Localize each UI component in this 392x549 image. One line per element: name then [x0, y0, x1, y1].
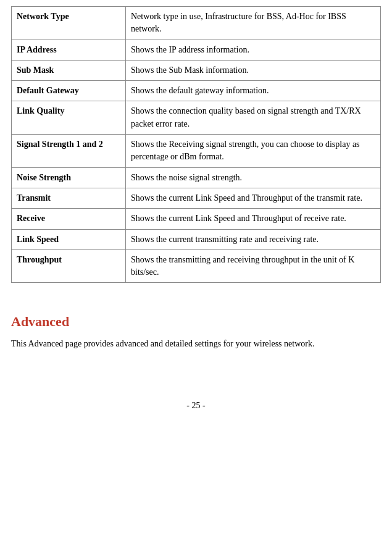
- row-label: IP Address: [12, 40, 126, 60]
- row-label: Sub Mask: [12, 60, 126, 80]
- row-label: Link Quality: [12, 101, 126, 135]
- table-row: Network TypeNetwork type in use, Infrast…: [12, 7, 381, 40]
- row-description: Shows the connection quality based on si…: [126, 101, 381, 135]
- row-label: Network Type: [12, 7, 126, 40]
- row-description: Shows the IP address information.: [126, 40, 381, 60]
- row-description: Shows the noise signal strength.: [126, 167, 381, 188]
- table-row: IP AddressShows the IP address informati…: [12, 40, 381, 60]
- row-label: Receive: [12, 209, 126, 229]
- row-description: Shows the current Link Speed and Through…: [126, 209, 381, 229]
- row-description: Shows the current Link Speed and Through…: [126, 188, 381, 208]
- row-description: Shows the transmitting and receiving thr…: [126, 249, 381, 283]
- row-description: Shows the Receiving signal strength, you…: [126, 135, 381, 168]
- row-description: Shows the current transmitting rate and …: [126, 229, 381, 249]
- table-row: Signal Strength 1 and 2Shows the Receivi…: [12, 135, 381, 168]
- row-description: Network type in use, Infrastructure for …: [126, 7, 381, 40]
- table-row: Sub MaskShows the Sub Mask information.: [12, 60, 381, 80]
- row-label: Default Gateway: [12, 81, 126, 101]
- table-row: TransmitShows the current Link Speed and…: [12, 188, 381, 208]
- row-label: Noise Strength: [12, 167, 126, 188]
- page-footer: - 25 -: [11, 401, 381, 411]
- table-row: ReceiveShows the current Link Speed and …: [12, 209, 381, 229]
- table-row: Link SpeedShows the current transmitting…: [12, 229, 381, 249]
- table-row: Default GatewayShows the default gateway…: [12, 81, 381, 101]
- row-description: Shows the default gateway information.: [126, 81, 381, 101]
- row-label: Transmit: [12, 188, 126, 208]
- advanced-body: This Advanced page provides advanced and…: [11, 337, 381, 351]
- row-label: Link Speed: [12, 229, 126, 249]
- advanced-heading: Advanced: [11, 314, 381, 330]
- info-table: Network TypeNetwork type in use, Infrast…: [11, 6, 381, 283]
- table-row: Link QualityShows the connection quality…: [12, 101, 381, 135]
- row-label: Throughput: [12, 249, 126, 283]
- row-description: Shows the Sub Mask information.: [126, 60, 381, 80]
- row-label: Signal Strength 1 and 2: [12, 135, 126, 168]
- table-row: ThroughputShows the transmitting and rec…: [12, 249, 381, 283]
- table-row: Noise StrengthShows the noise signal str…: [12, 167, 381, 188]
